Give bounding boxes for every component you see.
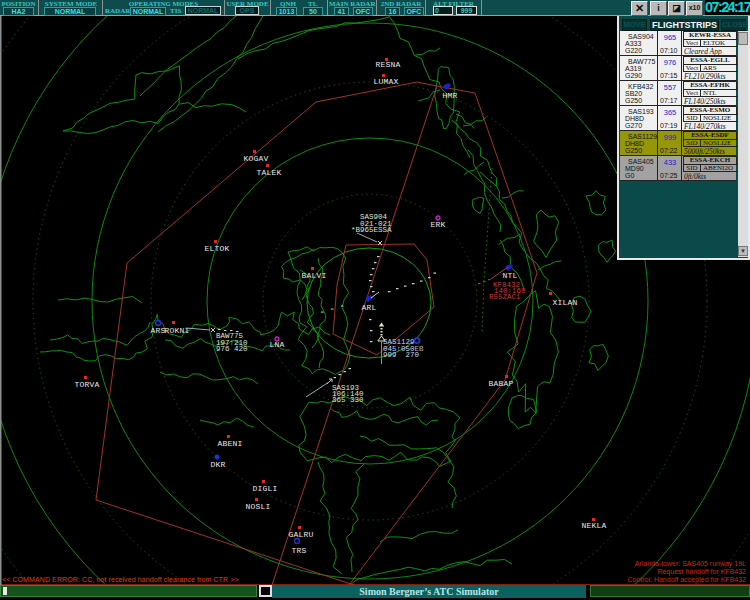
svg-text:RESNA: RESNA <box>375 60 400 69</box>
svg-text:XILAN: XILAN <box>552 298 577 307</box>
svg-text:LUMAX: LUMAX <box>373 77 398 86</box>
svg-text:ERK: ERK <box>430 220 445 229</box>
svg-text:BALVI: BALVI <box>301 271 326 280</box>
svg-text:BABAP: BABAP <box>488 379 513 388</box>
svg-text:HMR: HMR <box>442 91 457 100</box>
svg-text:NTL: NTL <box>502 271 517 280</box>
svg-text:ARS: ARS <box>150 326 165 335</box>
svg-text:976 420: 976 420 <box>216 345 248 353</box>
svg-text:ARL: ARL <box>361 303 376 312</box>
svg-text:TALEK: TALEK <box>256 168 281 177</box>
svg-text:TORVA: TORVA <box>74 380 99 389</box>
svg-text:LNA: LNA <box>269 340 284 349</box>
svg-text:ABENI: ABENI <box>217 439 242 448</box>
svg-text:GALRU: GALRU <box>288 530 313 539</box>
svg-text:KOGAV: KOGAV <box>243 154 268 163</box>
svg-text:DIGLI: DIGLI <box>252 484 277 493</box>
svg-text:365 330: 365 330 <box>332 396 364 404</box>
svg-text:DKR: DKR <box>210 460 225 469</box>
svg-text:TRS: TRS <box>291 546 306 555</box>
svg-text:999 270: 999 270 <box>383 351 420 359</box>
svg-text:R55ZAC1: R55ZAC1 <box>489 293 521 301</box>
svg-text:ROKNI: ROKNI <box>164 326 189 335</box>
svg-text:NOSLI: NOSLI <box>245 502 270 511</box>
svg-text:NEKLA: NEKLA <box>581 521 606 530</box>
svg-text:ELTOK: ELTOK <box>204 244 229 253</box>
